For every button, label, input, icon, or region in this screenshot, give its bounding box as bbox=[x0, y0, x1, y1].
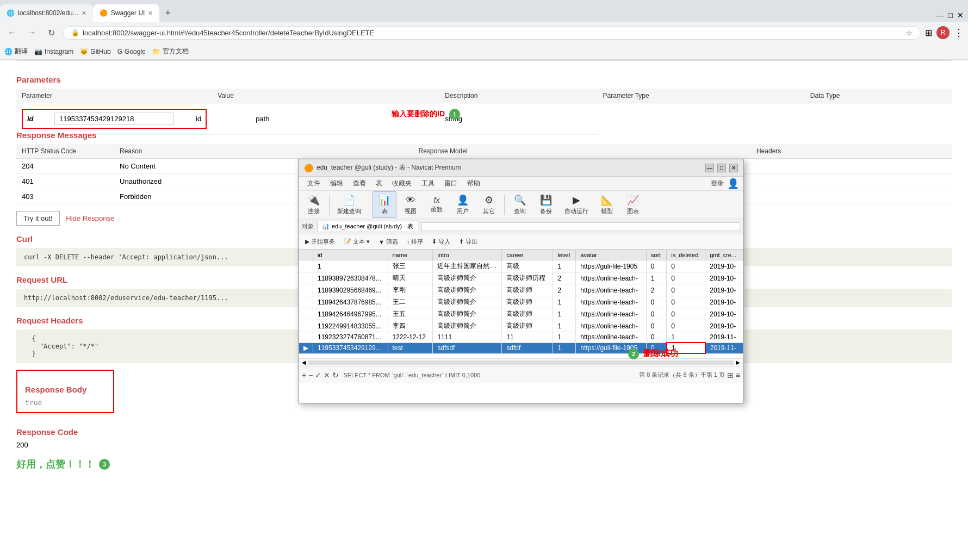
bookmark-star-icon[interactable]: ☆ bbox=[906, 29, 913, 37]
tab1-favicon: 🌐 bbox=[7, 9, 15, 17]
table-row[interactable]: 1192249914833055... 李四 高级讲师简介 高级讲师 1 htt… bbox=[299, 320, 743, 332]
grid-view-icon[interactable]: ⊞ bbox=[727, 371, 734, 379]
reload-button[interactable]: ↻ bbox=[44, 25, 59, 40]
navicat-minimize-button[interactable]: — bbox=[705, 164, 714, 172]
hide-response-link[interactable]: Hide Response bbox=[66, 214, 114, 222]
navicat-menu-help[interactable]: 帮助 bbox=[463, 178, 485, 189]
row6-expand bbox=[299, 320, 313, 332]
navicat-window: 🟠 edu_teacher @guli (study) - 表 - Navica… bbox=[298, 159, 744, 403]
param-header-parameter: Parameter bbox=[16, 89, 212, 103]
scroll-left-icon[interactable]: ◀ bbox=[302, 359, 306, 365]
id-param-name: id bbox=[27, 115, 44, 123]
navicat-tool-newquery[interactable]: 📄 新建查询 bbox=[333, 192, 365, 217]
navicat-nav-tab[interactable]: 📊 edu_teacher @guli (study) - 表 bbox=[317, 221, 418, 232]
tab2-close[interactable]: ✕ bbox=[148, 10, 153, 17]
navicat-menu-tools[interactable]: 工具 bbox=[417, 178, 439, 189]
table-row[interactable]: 1 张三 近年主持国家自然科学 高级 1 https://guli-file-1… bbox=[299, 260, 743, 272]
response-body-box: Response Body true bbox=[16, 370, 114, 413]
resp-code-401: 401 bbox=[16, 174, 114, 189]
navicat-nav-search[interactable] bbox=[421, 222, 740, 231]
table-row[interactable]: 1189390295668469... 李刚 高级讲师简介 高级讲师 2 htt… bbox=[299, 284, 743, 296]
bookmark-docs[interactable]: 📁 官方文档 bbox=[152, 47, 189, 56]
navicat-menu-view[interactable]: 查看 bbox=[349, 178, 370, 189]
navicat-menu-table[interactable]: 表 bbox=[371, 178, 387, 189]
cancel-record-icon[interactable]: ✕ bbox=[324, 371, 330, 379]
add-record-icon[interactable]: + bbox=[302, 371, 306, 379]
tab1-close[interactable]: ✕ bbox=[82, 10, 86, 17]
minimize-icon[interactable]: — bbox=[936, 11, 944, 20]
row1-name: 张三 bbox=[388, 260, 433, 272]
refresh-icon[interactable]: ↻ bbox=[332, 371, 339, 379]
navicat-tool-other[interactable]: ⚙ 其它 bbox=[477, 192, 501, 217]
action-export[interactable]: ⬆ 导出 bbox=[456, 237, 481, 247]
table-row[interactable]: 1189426464967995... 王五 高级讲师简介 高级讲师 1 htt… bbox=[299, 308, 743, 320]
instagram-label: Instagram bbox=[45, 48, 73, 55]
row5-avatar: https://online-teach- bbox=[576, 308, 646, 320]
form-view-icon[interactable]: ≡ bbox=[736, 371, 740, 379]
bookmark-github[interactable]: 🐱 GitHub bbox=[80, 48, 110, 55]
import-icon: ⬇ bbox=[432, 238, 437, 245]
bookmark-instagram[interactable]: 📷 Instagram bbox=[34, 48, 73, 55]
navicat-login-button[interactable]: 登录 bbox=[711, 179, 724, 188]
bookmarks-bar: 🌐 翻译 📷 Instagram 🐱 GitHub G Google 📁 官方文… bbox=[0, 43, 968, 60]
parameters-section: Parameters Parameter Value Description P… bbox=[16, 60, 952, 109]
extensions-icon[interactable]: ⊞ bbox=[925, 28, 932, 38]
delete-record-icon[interactable]: − bbox=[308, 371, 313, 379]
tab-1[interactable]: 🌐 localhost:8002/edu... ✕ bbox=[0, 4, 93, 22]
row1-sort: 0 bbox=[646, 260, 666, 272]
navicat-menu-favorites[interactable]: 收藏夹 bbox=[388, 178, 416, 189]
toolbar-divider-2 bbox=[369, 195, 369, 215]
row3-avatar: https://online-teach- bbox=[576, 284, 646, 296]
bookmark-google[interactable]: G Google bbox=[117, 48, 146, 55]
navicat-tool-query[interactable]: 🔍 查询 bbox=[508, 192, 532, 217]
id-value-input[interactable] bbox=[54, 113, 174, 125]
row2-avatar: https://online-teach- bbox=[576, 272, 646, 284]
row1-intro: 近年主持国家自然科学 bbox=[433, 260, 502, 272]
action-start-transaction[interactable]: ▶ 开始事务 bbox=[302, 237, 338, 247]
navicat-tool-view[interactable]: 👁 视图 bbox=[399, 192, 423, 217]
forward-button[interactable]: → bbox=[24, 25, 39, 40]
navicat-menu-edit[interactable]: 编辑 bbox=[326, 178, 348, 189]
param-header-description: Description bbox=[439, 89, 597, 103]
action-filter[interactable]: ▼ 筛选 bbox=[375, 237, 401, 247]
navicat-tool-function[interactable]: fx 函数 bbox=[425, 194, 449, 216]
hscroll-track[interactable] bbox=[308, 360, 734, 365]
row3-level: 2 bbox=[553, 284, 576, 296]
bookmark-translate[interactable]: 🌐 翻译 bbox=[4, 47, 28, 56]
navicat-maximize-button[interactable]: □ bbox=[717, 164, 726, 172]
row6-level: 1 bbox=[553, 320, 576, 332]
scroll-right-icon[interactable]: ▶ bbox=[736, 359, 740, 365]
navicat-menu-file[interactable]: 文件 bbox=[303, 178, 325, 189]
new-tab-button[interactable]: + bbox=[159, 4, 176, 22]
resp-headers-204 bbox=[751, 159, 952, 174]
row4-sort: 0 bbox=[646, 296, 666, 308]
table-row[interactable]: 1189389726308478... 晴天 高级讲师简介 高级讲师历程 2 h… bbox=[299, 272, 743, 284]
action-import[interactable]: ⬇ 导入 bbox=[429, 237, 454, 247]
action-text[interactable]: 📝 文本 ▾ bbox=[340, 237, 373, 247]
navicat-tool-chart[interactable]: 📈 图表 bbox=[621, 192, 645, 217]
navicat-tool-backup[interactable]: 💾 备份 bbox=[534, 192, 558, 217]
tab-2[interactable]: 🟠 Swagger UI ✕ bbox=[93, 4, 160, 22]
navicat-tool-user[interactable]: 👤 用户 bbox=[451, 192, 475, 217]
row7-id: 1192323274760871... bbox=[313, 332, 388, 343]
menu-icon[interactable]: ⋮ bbox=[954, 27, 964, 39]
table-row[interactable]: 1192323274760871... 1222-12-12 1111 11 1… bbox=[299, 332, 743, 343]
navicat-tool-table[interactable]: 📊 表 bbox=[373, 191, 396, 218]
profile-icon[interactable]: R bbox=[936, 26, 950, 39]
back-button[interactable]: ← bbox=[4, 25, 20, 40]
navicat-tool-connect[interactable]: 🔌 连接 bbox=[302, 192, 326, 217]
navicat-tool-auto[interactable]: ▶ 自动运行 bbox=[560, 192, 593, 217]
close-icon[interactable]: ✕ bbox=[957, 11, 964, 20]
address-box[interactable]: 🔒 localhost:8002/swagger-ui.html#!/edu45… bbox=[63, 26, 921, 40]
check-icon[interactable]: ✓ bbox=[315, 371, 321, 379]
maximize-icon[interactable]: □ bbox=[948, 11, 953, 20]
navicat-menu-window[interactable]: 窗口 bbox=[440, 178, 462, 189]
row3-id: 1189390295668469... bbox=[313, 284, 388, 296]
row3-expand bbox=[299, 284, 313, 296]
navicat-tool-model[interactable]: 📐 模型 bbox=[595, 192, 619, 217]
table-row[interactable]: 1189426437876985... 王二 高级讲师简介 高级讲师 1 htt… bbox=[299, 296, 743, 308]
action-sort[interactable]: ↕ 排序 bbox=[404, 237, 427, 247]
navicat-close-button[interactable]: ✕ bbox=[729, 164, 738, 172]
try-it-out-button[interactable]: Try it out! bbox=[16, 211, 60, 226]
row1-level: 1 bbox=[553, 260, 576, 272]
